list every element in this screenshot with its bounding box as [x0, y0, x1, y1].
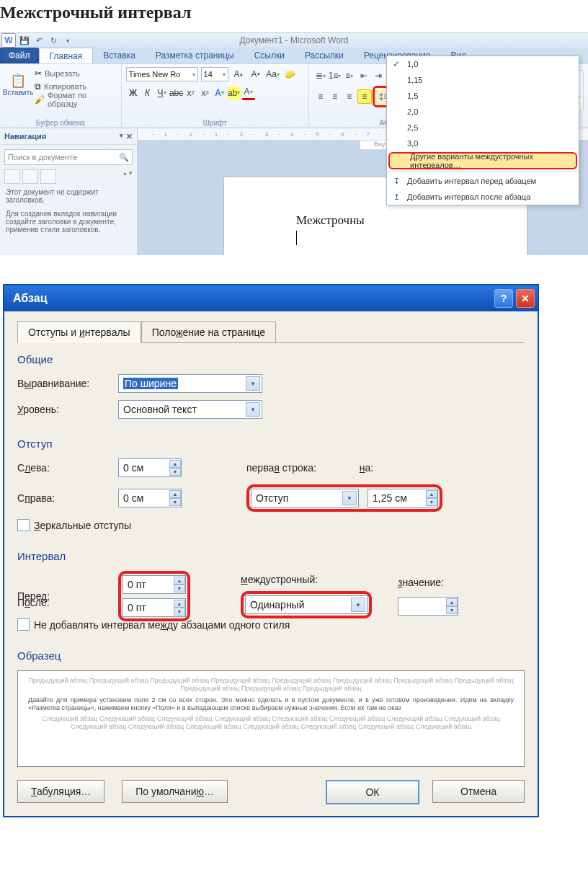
- spin-down-icon[interactable]: ▼: [174, 585, 185, 592]
- linespacing-highlight: Одинарный ▼: [241, 591, 372, 618]
- bullets-icon[interactable]: ≣▾: [314, 69, 327, 82]
- tab-indents[interactable]: Отступы и интервалы: [17, 321, 141, 343]
- close-icon[interactable]: ✕: [126, 132, 133, 141]
- dialog-title: Абзац: [13, 292, 48, 305]
- section-spacing: Интервал: [17, 550, 525, 562]
- close-button[interactable]: ✕: [516, 289, 535, 308]
- redo-icon[interactable]: ↻: [48, 35, 59, 46]
- bold-icon[interactable]: Ж: [127, 86, 140, 99]
- nav-tab-headings[interactable]: [4, 169, 20, 184]
- inc-indent-icon[interactable]: ⇥: [372, 69, 385, 82]
- spin-down-icon[interactable]: ▼: [446, 606, 458, 614]
- tab-mailings[interactable]: Рассылки: [295, 48, 354, 63]
- tab-insert[interactable]: Вставка: [93, 48, 146, 63]
- spin-down-icon[interactable]: ▼: [169, 468, 181, 476]
- tabs-button[interactable]: Табуляция…: [17, 780, 104, 803]
- grow-font-icon[interactable]: A▴: [232, 68, 245, 81]
- numbers-icon[interactable]: 1≡▾: [329, 69, 342, 82]
- mirror-checkbox[interactable]: [17, 519, 30, 531]
- ls-item-1-0[interactable]: ✓1,0: [387, 56, 579, 72]
- multilevel-icon[interactable]: ≡▾: [343, 69, 356, 82]
- spin-up-icon[interactable]: ▲: [426, 490, 437, 498]
- alignment-combo[interactable]: По ширине ▼: [118, 374, 262, 393]
- font-size-combo[interactable]: 14▾: [201, 67, 228, 81]
- spin-up-icon[interactable]: ▲: [446, 598, 458, 606]
- nav-tab-results[interactable]: [40, 169, 56, 184]
- align-right-icon[interactable]: ≡: [343, 90, 356, 103]
- dontadd-label: Не добавлять интервал между абзацами одн…: [34, 619, 290, 631]
- indent-left-spin[interactable]: 0 см▲▼: [118, 458, 182, 477]
- strike-icon[interactable]: abc: [170, 86, 183, 99]
- spin-down-icon[interactable]: ▼: [169, 498, 181, 506]
- spin-up-icon[interactable]: ▲: [169, 460, 181, 468]
- shrink-font-icon[interactable]: A▾: [249, 68, 262, 81]
- spacing-after-spin[interactable]: 0 пт▲▼: [122, 598, 186, 617]
- spacing-before-spin[interactable]: 0 пт▲▼: [122, 575, 186, 594]
- dontadd-checkbox[interactable]: [17, 618, 30, 631]
- tab-file[interactable]: Файл: [0, 48, 39, 63]
- ls-item-add-after[interactable]: ↥Добавить интервал после абзаца: [387, 189, 579, 205]
- indent-right-spin[interactable]: 0 см▲▼: [118, 489, 182, 507]
- ls-item-3-0[interactable]: 3,0: [387, 136, 579, 151]
- nav-prev-icon[interactable]: ▴: [123, 169, 127, 184]
- ls-item-add-before[interactable]: ↧Добавить интервал перед абзацем: [387, 173, 579, 189]
- nav-hint-2: Для создания вкладок навигации создайте …: [6, 210, 131, 234]
- linespacing-at-spin[interactable]: ▲▼: [398, 597, 458, 616]
- check-icon: ✓: [393, 59, 400, 69]
- text-effect-icon[interactable]: A▾: [213, 86, 226, 99]
- preview-sample-text: Давайте для примера установим поля 2 см …: [28, 696, 514, 713]
- ls-item-1-5[interactable]: 1,5: [387, 88, 579, 104]
- spin-up-icon[interactable]: ▲: [174, 577, 185, 585]
- dec-indent-icon[interactable]: ⇤: [357, 69, 370, 82]
- ls-item-2-0[interactable]: 2,0: [387, 104, 579, 120]
- spin-down-icon[interactable]: ▼: [426, 498, 437, 506]
- subscript-icon[interactable]: x2: [184, 86, 197, 99]
- spin-up-icon[interactable]: ▲: [169, 490, 181, 498]
- spin-down-icon[interactable]: ▼: [174, 608, 185, 616]
- by-label: на:: [360, 462, 373, 474]
- clear-format-icon[interactable]: 🧽: [284, 68, 297, 81]
- spin-up-icon[interactable]: ▲: [174, 600, 185, 608]
- paste-button[interactable]: 📋Вставить: [5, 68, 31, 101]
- justify-icon[interactable]: ≡: [357, 89, 372, 104]
- highlight-icon[interactable]: ab▾: [228, 86, 241, 99]
- align-left-icon[interactable]: ≡: [314, 90, 327, 103]
- ls-item-other[interactable]: Другие варианты междустрочных интервалов…: [388, 152, 577, 169]
- align-center-icon[interactable]: ≡: [329, 90, 342, 103]
- spacing-before-value: 0 пт: [128, 579, 146, 590]
- format-painter-label: Формат по образцу: [48, 91, 117, 108]
- copy-icon[interactable]: ⧉: [35, 81, 41, 92]
- tab-layout[interactable]: Разметка страницы: [146, 48, 244, 63]
- undo-icon[interactable]: ↶: [33, 35, 45, 46]
- italic-icon[interactable]: К: [141, 86, 154, 99]
- cut-icon[interactable]: ✂: [35, 68, 42, 79]
- document-title: Документ1 - Microsoft Word: [239, 35, 348, 45]
- linespacing-combo[interactable]: Одинарный ▼: [245, 595, 368, 614]
- ls-item-1-15[interactable]: 1,15: [387, 72, 579, 88]
- cancel-button[interactable]: Отмена: [432, 780, 525, 803]
- nav-next-icon[interactable]: ▾: [129, 169, 133, 184]
- tab-references[interactable]: Ссылки: [244, 48, 295, 63]
- dropdown-icon[interactable]: ▾: [120, 132, 123, 141]
- dropdown-icon: ▼: [351, 598, 365, 612]
- spacing-spinners-highlight: 0 пт▲▼ 0 пт▲▼: [118, 571, 190, 621]
- qat-customize-icon[interactable]: ▾: [62, 35, 74, 46]
- change-case-icon[interactable]: Aa▾: [267, 68, 280, 81]
- ls-item-2-5[interactable]: 2,5: [387, 120, 579, 136]
- nav-tab-pages[interactable]: [22, 169, 38, 184]
- help-button[interactable]: ?: [494, 289, 513, 308]
- font-name-combo[interactable]: Times New Ro▾: [126, 67, 198, 81]
- superscript-icon[interactable]: x2: [199, 86, 212, 99]
- firstline-combo[interactable]: Отступ ▼: [251, 489, 359, 507]
- save-icon[interactable]: 💾: [19, 35, 30, 46]
- ok-button[interactable]: ОК: [326, 780, 419, 804]
- firstline-by-spin[interactable]: 1,25 см▲▼: [368, 489, 438, 507]
- outline-combo[interactable]: Основной текст ▼: [118, 400, 262, 419]
- font-color-icon[interactable]: A▾: [242, 85, 255, 100]
- tab-home[interactable]: Главная: [39, 48, 94, 64]
- format-painter-icon[interactable]: 🖌: [35, 94, 45, 105]
- tab-pageflow[interactable]: Положение на странице: [141, 321, 276, 342]
- search-input[interactable]: Поиск в документе 🔍: [4, 149, 133, 165]
- underline-icon[interactable]: Ч▾: [156, 86, 169, 99]
- default-button[interactable]: По умолчанию…: [122, 780, 228, 803]
